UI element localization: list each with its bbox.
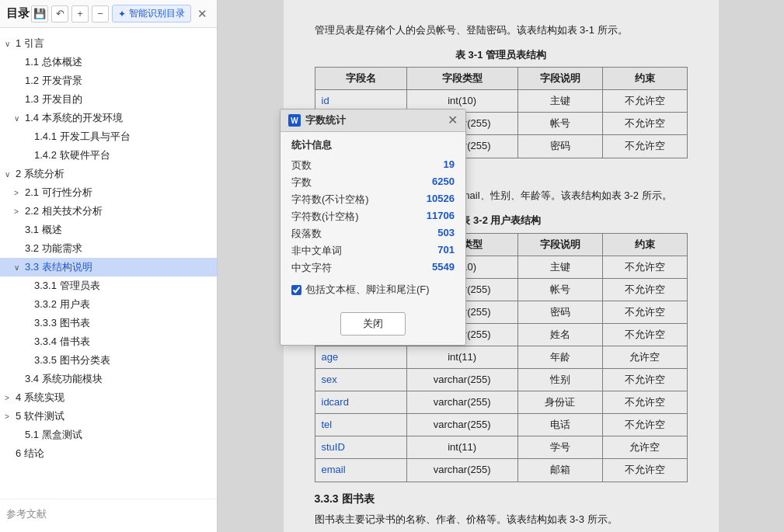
toc-item-s5.1[interactable]: 5.1 黑盒测试 (0, 426, 217, 444)
dialog-titlebar: W 字数统计 ✕ (280, 110, 465, 132)
sidebar-title: 目录 (6, 6, 30, 21)
sidebar: 目录 💾 ↶ + − ✦ 智能识别目录 ✕ ∨1 引言1.1 总体概述1.2 开… (0, 0, 218, 532)
dialog-close-button[interactable]: 关闭 (340, 312, 406, 336)
toc-item-s1.4[interactable]: ∨1.4 本系统的开发环境 (0, 109, 217, 127)
toc-arrow: > (14, 189, 25, 197)
sidebar-icon-add[interactable]: + (71, 5, 89, 23)
toc-item-label: 3.1 概述 (25, 223, 62, 237)
dialog-stat-value: 10526 (427, 193, 455, 207)
toc-item-label: 3.3.3 图书表 (34, 316, 90, 330)
toc-item-s4[interactable]: >4 系统实现 (0, 388, 217, 407)
sidebar-icon-undo[interactable]: ↶ (51, 5, 68, 23)
toc-item-s3.2[interactable]: 3.2 功能需求 (0, 239, 217, 258)
toc-arrow: > (5, 412, 16, 421)
toc-arrow: ∨ (14, 263, 25, 272)
toc-item-s1[interactable]: ∨1 引言 (0, 34, 217, 53)
main-area: 管理员表是存储个人的会员帐号、登陆密码。该表结构如表 3-1 所示。 表 3-1… (218, 0, 784, 532)
toc-item-s3.3.4[interactable]: 3.3.4 借书表 (0, 332, 217, 351)
dialog-stat-value: 701 (437, 244, 455, 258)
dialog-stat-value: 11706 (427, 210, 455, 224)
toc-item-label: 3.3.5 图书分类表 (34, 353, 110, 367)
toc-arrow: ∨ (5, 170, 16, 179)
dialog-stat-label: 中文字符 (291, 261, 332, 275)
sidebar-icon-remove[interactable]: − (92, 5, 109, 23)
toc-arrow: ∨ (14, 114, 25, 123)
sidebar-footer: 参考文献 (0, 499, 217, 532)
sidebar-close-icon[interactable]: ✕ (194, 7, 211, 21)
toc-item-label: 3.3 表结构说明 (25, 260, 92, 274)
dialog-stat-value: 503 (437, 227, 455, 241)
dialog-stat-label: 段落数 (291, 227, 322, 241)
dialog-stat-row: 字符数(不计空格)10526 (291, 191, 455, 208)
toc-item-s2.1[interactable]: >2.1 可行性分析 (0, 183, 217, 202)
toc-item-s1.1[interactable]: 1.1 总体概述 (0, 53, 217, 71)
sidebar-header-icons: 💾 ↶ + − ✦ 智能识别目录 ✕ (31, 5, 211, 23)
toc-item-label: 3.3.1 管理员表 (34, 279, 100, 293)
toc-item-label: 1 引言 (16, 37, 44, 50)
dialog-stat-row: 段落数503 (291, 225, 455, 242)
toc-item-s3.4[interactable]: 3.4 系统功能模块 (0, 370, 217, 388)
dialog-stat-label: 字数 (291, 176, 312, 190)
dialog-stat-row: 页数19 (291, 157, 455, 174)
toc-item-label: 1.4 本系统的开发环境 (25, 111, 123, 125)
dialog-stats-list: 页数19字数6250字符数(不计空格)10526字符数(计空格)11706段落数… (291, 157, 455, 276)
sidebar-footer-text: 参考文献 (6, 508, 47, 520)
dialog-stat-value: 19 (444, 158, 455, 172)
dialog-body: 统计信息 页数19字数6250字符数(不计空格)10526字符数(计空格)117… (280, 132, 465, 308)
toc-item-label: 1.3 开发目的 (25, 92, 82, 106)
toc-arrow: > (14, 207, 25, 216)
dialog-title-label: 字数统计 (305, 113, 346, 127)
dialog-stat-label: 页数 (291, 158, 312, 172)
toc-item-label: 5 软件测试 (16, 409, 64, 423)
toc-item-s1.2[interactable]: 1.2 开发背景 (0, 71, 217, 90)
toc-item-label: 1.4.2 软硬件平台 (34, 148, 110, 162)
dialog-x-button[interactable]: ✕ (448, 114, 458, 127)
toc-item-s2[interactable]: ∨2 系统分析 (0, 165, 217, 183)
dialog-checkbox-row: 包括文本框、脚注和尾注(F) (291, 283, 455, 297)
toc-item-s1.4.2[interactable]: 1.4.2 软硬件平台 (0, 146, 217, 165)
toc-item-label: 1.4.1 开发工具与平台 (34, 130, 131, 144)
dialog-stat-label: 字符数(不计空格) (291, 193, 369, 207)
dialog-section-label: 统计信息 (291, 138, 455, 152)
toc-item-label: 6 结论 (16, 447, 44, 461)
dialog-title: W 字数统计 (288, 113, 346, 127)
dialog-stat-value: 5549 (432, 261, 455, 275)
toc-arrow: > (5, 394, 16, 402)
word-count-dialog: W 字数统计 ✕ 统计信息 页数19字数6250字符数(不计空格)10526字符… (280, 109, 466, 346)
sidebar-icon-save[interactable]: 💾 (31, 5, 48, 23)
toc-item-s3.3.3[interactable]: 3.3.3 图书表 (0, 314, 217, 332)
toc-item-label: 2 系统分析 (16, 167, 64, 181)
dialog-stat-row: 非中文单词701 (291, 242, 455, 259)
dialog-stat-value: 6250 (432, 176, 455, 190)
toc-item-label: 3.4 系统功能模块 (25, 372, 103, 386)
toc-item-label: 4 系统实现 (16, 391, 64, 405)
toc-item-label: 3.3.2 用户表 (34, 297, 90, 311)
sidebar-ai-button[interactable]: ✦ 智能识别目录 (112, 5, 191, 23)
dialog-stat-label: 字符数(计空格) (291, 210, 359, 224)
toc-item-s1.3[interactable]: 1.3 开发目的 (0, 90, 217, 109)
toc-item-s1.4.1[interactable]: 1.4.1 开发工具与平台 (0, 127, 217, 146)
toc-item-label: 1.2 开发背景 (25, 74, 82, 88)
dialog-title-icon: W (288, 114, 301, 127)
toc-item-s3.3.2[interactable]: 3.3.2 用户表 (0, 295, 217, 314)
dialog-footer: 关闭 (280, 308, 465, 345)
ai-btn-label: 智能识别目录 (129, 7, 185, 20)
sidebar-header: 目录 💾 ↶ + − ✦ 智能识别目录 ✕ (0, 0, 217, 28)
dialog-overlay: W 字数统计 ✕ 统计信息 页数19字数6250字符数(不计空格)10526字符… (218, 0, 784, 532)
toc-item-label: 5.1 黑盒测试 (25, 428, 82, 442)
toc-item-s3.1[interactable]: 3.1 概述 (0, 221, 217, 239)
toc-item-s6[interactable]: 6 结论 (0, 444, 217, 463)
toc-item-s5[interactable]: >5 软件测试 (0, 407, 217, 426)
toc-item-label: 3.3.4 借书表 (34, 335, 90, 349)
toc-item-s3.3.5[interactable]: 3.3.5 图书分类表 (0, 351, 217, 370)
toc-item-s2.2[interactable]: >2.2 相关技术分析 (0, 202, 217, 221)
toc-arrow: ∨ (5, 40, 16, 48)
toc-item-s3.3.1[interactable]: 3.3.1 管理员表 (0, 276, 217, 295)
toc-item-label: 1.1 总体概述 (25, 55, 82, 69)
dialog-checkbox[interactable] (291, 285, 301, 295)
toc-item-s3.3[interactable]: ∨3.3 表结构说明 (0, 258, 217, 276)
toc-item-label: 2.1 可行性分析 (25, 186, 92, 200)
dialog-stat-label: 非中文单词 (291, 244, 342, 258)
toc-item-label: 2.2 相关技术分析 (25, 204, 103, 218)
dialog-checkbox-label: 包括文本框、脚注和尾注(F) (305, 283, 430, 297)
